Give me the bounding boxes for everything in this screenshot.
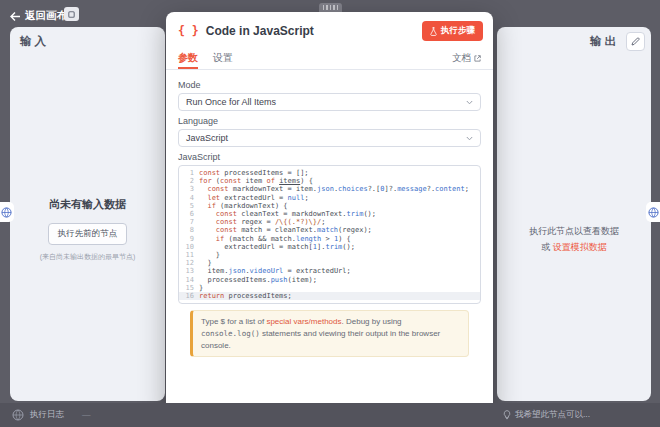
docs-label: 文档: [452, 52, 471, 65]
mode-select[interactable]: Run Once for All Items: [178, 93, 481, 111]
line-number: 9: [179, 235, 199, 243]
execute-step-button[interactable]: 执行步骤: [422, 21, 483, 41]
code-line[interactable]: 3 const markdownText = item.json.choices…: [179, 185, 480, 193]
hint-code-snippet: console.log(): [201, 329, 260, 338]
input-panel-title: 输入: [20, 34, 49, 49]
pencil-icon: [631, 37, 640, 46]
output-panel-title: 输出: [590, 34, 619, 49]
modal-tabs: 参数 设置 文档: [166, 47, 493, 70]
line-number: 7: [179, 218, 199, 226]
edit-output-button[interactable]: [626, 32, 645, 51]
external-link-icon: [474, 55, 481, 62]
hint-text-mid: . Debug by using: [342, 317, 402, 326]
back-to-canvas-label: 返回画布: [25, 9, 67, 23]
language-select[interactable]: JavaScript: [178, 129, 481, 147]
code-editor-label: JavaScript: [178, 152, 481, 162]
node-nav-button[interactable]: [64, 7, 79, 21]
line-number: 16: [179, 292, 199, 300]
input-empty-title: 尚未有输入数据: [10, 197, 165, 212]
line-number: 3: [179, 185, 199, 193]
upstream-node-badge[interactable]: [0, 202, 14, 222]
back-to-canvas-button[interactable]: 返回画布: [10, 9, 67, 23]
code-line[interactable]: 2for (const item of items) {: [179, 177, 480, 185]
tab-parameters[interactable]: 参数: [178, 47, 198, 69]
mode-value: Run Once for All Items: [186, 97, 276, 107]
bottom-bar-dash: —: [82, 410, 91, 420]
execute-previous-nodes-button[interactable]: 执行先前的节点: [48, 223, 128, 245]
node-settings-modal: { } Code in JavaScript 执行步骤 参数 设置 文档 Mod…: [166, 12, 493, 415]
code-line[interactable]: 5 if (markdownText) {: [179, 202, 480, 210]
input-panel: 输入 尚未有输入数据 执行先前的节点 (来自尚未输出数据的最早节点): [10, 27, 165, 401]
editor-hint-box: Type $ for a list of special vars/method…: [190, 310, 469, 357]
code-line[interactable]: 12 }: [179, 259, 480, 267]
output-or-text: 或: [541, 242, 550, 252]
line-number: 12: [179, 259, 199, 267]
code-line[interactable]: 10 extractedUrl = match[1].trim();: [179, 243, 480, 251]
execute-step-label: 执行步骤: [441, 25, 475, 37]
line-number: 15: [179, 284, 199, 292]
bottom-left-label: 执行日志: [30, 409, 64, 421]
output-empty-line2: 或 设置模拟数据: [497, 239, 651, 255]
hint-text-pre: Type $ for a list of: [201, 317, 266, 326]
line-number: 1: [179, 169, 199, 177]
special-vars-link[interactable]: special vars/methods: [266, 317, 341, 326]
output-empty-line1: 执行此节点以查看数据: [497, 223, 651, 239]
line-number: 4: [179, 194, 199, 202]
arrow-left-icon: [10, 12, 20, 21]
line-number: 6: [179, 210, 199, 218]
modal-drag-handle[interactable]: [319, 3, 342, 12]
language-value: JavaScript: [186, 133, 228, 143]
code-line[interactable]: 4 let extractedUrl = null;: [179, 194, 480, 202]
lightbulb-icon: [503, 410, 511, 420]
line-number: 13: [179, 267, 199, 275]
code-node-icon: { }: [178, 24, 199, 38]
line-number: 5: [179, 202, 199, 210]
code-line[interactable]: 6 const cleanText = markdownText.trim();: [179, 210, 480, 218]
code-line[interactable]: 7 const regex = /\{(.*?)\}/;: [179, 218, 480, 226]
square-icon: [68, 11, 75, 18]
line-number: 14: [179, 276, 199, 284]
flask-icon: [430, 27, 437, 36]
downstream-node-badge[interactable]: [646, 202, 660, 222]
code-line[interactable]: 8 const match = cleanText.match(regex);: [179, 226, 480, 234]
code-editor[interactable]: 1const processedItems = [];2for (const i…: [178, 165, 481, 304]
set-mock-data-link[interactable]: 设置模拟数据: [553, 242, 607, 252]
app-window: 返回画布 输入 尚未有输入数据 执行先前的节点 (来自尚未输出数据的最早节点) …: [0, 0, 660, 427]
code-line[interactable]: 14 processedItems.push(item);: [179, 276, 480, 284]
tab-settings[interactable]: 设置: [213, 47, 233, 69]
chevron-down-icon: [466, 136, 473, 141]
language-label: Language: [178, 116, 481, 126]
line-number: 2: [179, 177, 199, 185]
globe-icon: [648, 207, 659, 218]
node-feedback-link[interactable]: 我希望此节点可以...: [503, 403, 590, 427]
logs-toggle[interactable]: 执行日志: [12, 409, 64, 421]
globe-icon: [12, 409, 24, 421]
code-line[interactable]: 15}: [179, 284, 480, 292]
code-line[interactable]: 1const processedItems = [];: [179, 169, 480, 177]
node-feedback-label: 我希望此节点可以...: [515, 409, 590, 421]
globe-icon: [1, 207, 12, 218]
chevron-down-icon: [466, 100, 473, 105]
output-panel: 输出 执行此节点以查看数据 或 设置模拟数据: [497, 27, 651, 401]
docs-link[interactable]: 文档: [452, 52, 481, 65]
code-line[interactable]: 9 if (match && match.length > 1) {: [179, 235, 480, 243]
node-title: Code in JavaScript: [206, 24, 314, 38]
input-empty-hint: (来自尚未输出数据的最早节点): [10, 252, 165, 262]
code-line[interactable]: 13 item.json.videoUrl = extractedUrl;: [179, 267, 480, 275]
mode-label: Mode: [178, 80, 481, 90]
line-number: 8: [179, 226, 199, 234]
line-number: 11: [179, 251, 199, 259]
code-line[interactable]: 11 }: [179, 251, 480, 259]
bottom-bar: 执行日志 — 我希望此节点可以...: [0, 403, 660, 427]
code-line[interactable]: 16return processedItems;: [179, 292, 480, 300]
line-number: 10: [179, 243, 199, 251]
